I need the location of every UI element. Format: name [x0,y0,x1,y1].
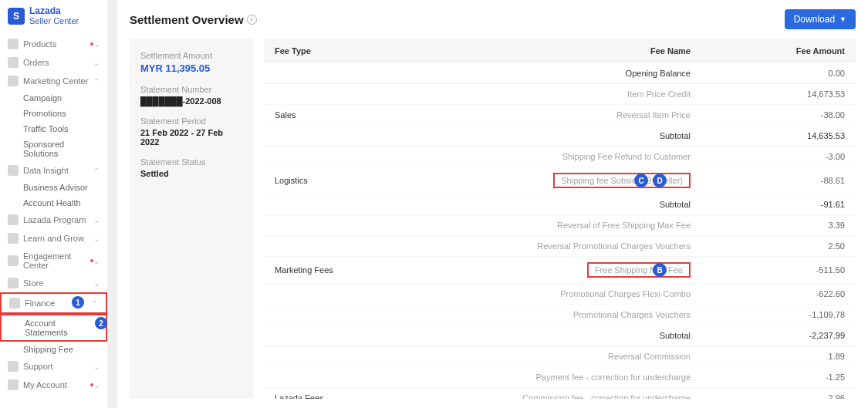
statement-period-value: 21 Feb 2022 - 27 Feb 2022 [140,128,242,147]
account-icon [8,379,19,390]
nav-marketing[interactable]: Marketing Center ⌃ [0,72,107,90]
table-row: Sales Reversal Item Price -38.00 [264,105,856,126]
nav-account-health[interactable]: Account Health [0,195,107,211]
nav-store[interactable]: Store ⌄ [0,274,107,292]
logo-sub: Seller Center [29,16,79,25]
chevron-down-icon: ⌄ [93,362,100,371]
sidebar: S Lazada Seller Center Products ⌄ Orders… [0,0,108,408]
data-icon [8,165,19,176]
table-row: Marketing Fees Free Shipping Max Fee B -… [264,257,856,284]
statement-status-value: Settled [140,169,242,178]
store-icon [8,278,19,288]
nav-account-statements[interactable]: Account Statements 2 [0,314,107,342]
nav-products[interactable]: Products ⌄ [0,35,107,53]
page-header: Settlement Overview i Download ▼ [130,9,856,29]
table-row: Lazada Fees Commission fee - correction … [264,388,856,399]
nav-finance[interactable]: Finance 1 ⌃ [0,292,107,314]
settlement-amount-value: MYR 11,395.05 [140,62,242,74]
nav-support[interactable]: Support ⌄ [0,357,107,376]
chevron-down-icon: ⌄ [93,279,100,288]
col-fee-name: Fee Name [383,46,721,56]
nav-traffic-tools[interactable]: Traffic Tools [0,121,107,137]
highlighted-fee: Shipping fee Subsidy (By Seller) [553,173,691,188]
nav-learn-grow[interactable]: Learn and Grow ⌄ [0,229,107,248]
chevron-down-icon: ⌄ [93,381,100,389]
nav-shipping-fee[interactable]: Shipping Fee [0,342,107,357]
chevron-down-icon: ⌄ [93,234,100,243]
col-fee-type: Fee Type [275,46,383,56]
chevron-down-icon: ⌄ [93,257,100,265]
nav-lazada-program[interactable]: Lazada Program ⌄ [0,211,107,229]
statement-period-label: Statement Period [140,116,242,126]
col-fee-amount: Fee Amount [721,46,845,56]
table-row: Promotional Charges Vouchers -1,109.78 [264,305,856,325]
table-row: Subtotal -2,237.99 [264,325,856,346]
nav-business-advisor[interactable]: Business Advisor [0,180,107,195]
learn-icon [8,233,19,244]
nav-campaign[interactable]: Campaign [0,90,107,106]
table-row: Subtotal -91.61 [264,194,856,215]
chevron-down-icon: ⌄ [93,59,100,67]
table-row: Subtotal 14,635.53 [264,126,856,147]
nav-data-insight[interactable]: Data Insight ⌃ [0,161,107,180]
nav-engagement[interactable]: Engagement Center ⌄ [0,248,107,274]
table-row: Promotional Charges Flexi-Combo -622.60 [264,284,856,305]
chevron-down-icon: ▼ [839,15,846,23]
logo[interactable]: S Lazada Seller Center [0,0,107,35]
chevron-up-icon: ⌃ [93,77,100,86]
statement-number-value: ███████-2022-008 [140,96,242,106]
nav-orders[interactable]: Orders ⌄ [0,53,107,72]
main-content: Settlement Overview i Download ▼ Settlem… [117,0,868,408]
marketing-icon [8,76,19,86]
statement-status-label: Statement Status [140,157,242,167]
engagement-icon [8,255,19,266]
table-row: Reversal of Free Shipping Max Fee 3.39 [264,215,856,236]
fee-table: Fee Type Fee Name Fee Amount Opening Bal… [264,39,856,399]
annotation-2: 2 [95,317,107,329]
nav-promotions[interactable]: Promotions [0,106,107,121]
table-header: Fee Type Fee Name Fee Amount [264,39,856,63]
table-row: Item Price Credit 14,673.53 [264,84,856,105]
statement-number-label: Statement Number [140,85,242,94]
chevron-down-icon: ⌄ [93,40,100,49]
annotation-c: C [634,174,648,187]
chevron-up-icon: ⌃ [93,167,100,175]
finance-icon [9,298,20,309]
orders-icon [8,57,19,68]
logo-icon: S [8,8,25,25]
summary-card: Settlement Amount MYR 11,395.05 Statemen… [130,39,253,399]
table-row: Reversal Promotional Charges Vouchers 2.… [264,236,856,257]
table-row: Opening Balance 0.00 [264,63,856,84]
table-row: Reversal Commission 1.89 [264,346,856,367]
download-button[interactable]: Download ▼ [785,9,856,29]
products-icon [8,39,19,49]
logo-brand: Lazada [29,6,79,16]
table-row: Logistics Shipping fee Subsidy (By Selle… [264,167,856,194]
chevron-down-icon: ⌄ [93,216,100,224]
chevron-up-icon: ⌃ [92,299,98,308]
table-row: Shipping Fee Refund to Customer -3.00 [264,147,856,167]
annotation-b: B [653,263,667,277]
nav-my-account[interactable]: My Account ⌄ [0,376,107,394]
nav-sponsored[interactable]: Sponsored Solutions [0,137,107,161]
settlement-amount-label: Settlement Amount [140,51,242,60]
highlighted-fee: Free Shipping Max Fee [587,262,691,278]
program-icon [8,214,19,225]
table-row: Payment fee - correction for undercharge… [264,367,856,388]
annotation-d: D [653,174,667,187]
divider [108,0,117,408]
page-title: Settlement Overview [130,13,244,26]
support-icon [8,361,19,372]
info-icon[interactable]: i [247,15,257,25]
